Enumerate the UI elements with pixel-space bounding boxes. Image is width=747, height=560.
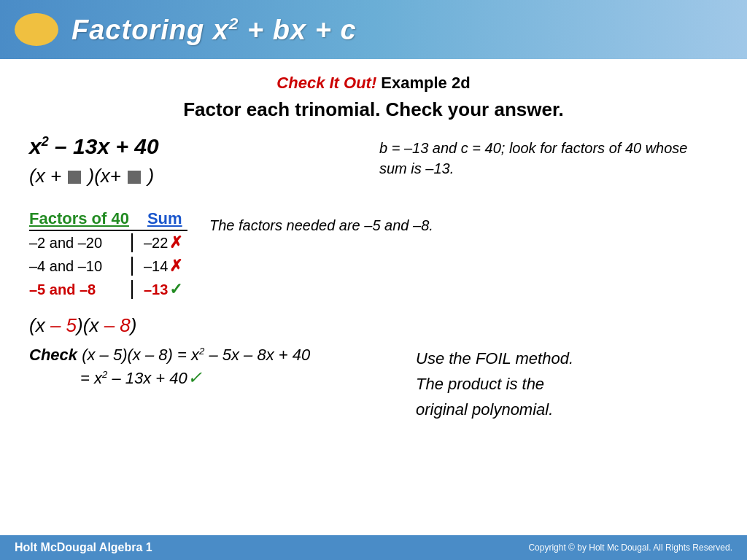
mark-x-1: ✗ [169,233,182,252]
factors-section: Factors of 40 Sum –2 and –20 –22✗ –4 and… [29,208,718,301]
factors-row-2: –4 and –10 –14✗ [29,254,187,278]
blank-box-2 [128,171,141,184]
sum-cell-3: –13✓ [131,280,182,299]
factors-cell-1: –2 and –20 [29,235,131,252]
header: Factoring x2 + bx + c [0,0,747,59]
instruction-line: Factor each trinomial. Check your answer… [29,98,718,121]
factors-row-3: –5 and –8 –13✓ [29,278,187,301]
check-it-out-label: Check It Out! [276,74,376,92]
sum-cell-2: –14✗ [131,257,182,276]
main-content: Check It Out! Example 2d Factor each tri… [0,59,747,535]
factors-note: The factors needed are –5 and –8. [209,208,433,236]
factors-col-header: Factors of 40 [29,208,136,230]
blank-box-1 [68,171,81,184]
check-line-1: Check (x – 5)(x – 8) = x2 – 5x – 8x + 40 [29,346,394,365]
final-answer: (x – 5)(x – 8) [29,314,718,337]
foil-note: Use the FOIL method. [416,346,718,371]
example-label: Example 2d [376,74,470,92]
factors-row-1: –2 and –20 –22✗ [29,231,187,254]
title-suffix: + bx + c [239,14,357,44]
check-line-2: = x2 – 13x + 40✓ [80,368,394,388]
factors-cell-2: –4 and –10 [29,258,131,275]
check-section: Check (x – 5)(x – 8) = x2 – 5x – 8x + 40… [29,346,718,423]
hint-text: b = –13 and c = 40; look for factors of … [379,138,718,179]
title-exp: 2 [229,14,239,33]
left-col: x2 – 13x + 40 (x + )(x+ ) [29,134,365,201]
problem-area: x2 – 13x + 40 (x + )(x+ ) b = –13 and c … [29,134,718,201]
footer: Holt McDougal Algebra 1 Copyright © by H… [0,535,747,560]
check-bold-label: Check [29,346,77,364]
check-right-notes: Use the FOIL method. The product is the … [416,346,718,423]
right-col-hint: b = –13 and c = 40; look for factors of … [379,134,718,201]
check-checkmark: ✓ [187,368,202,387]
title-x: x [213,14,229,44]
sum-cell-1: –22✗ [131,233,182,252]
product-note-1: The product is the [416,371,718,397]
title-factoring-text: Factoring [71,14,213,44]
product-note-2: original polynomial. [416,397,718,422]
check-left: Check (x – 5)(x – 8) = x2 – 5x – 8x + 40… [29,346,394,391]
check-it-out-line: Check It Out! Example 2d [29,74,718,93]
factors-table-header: Factors of 40 Sum [29,208,187,231]
footer-left: Holt McDougal Algebra 1 [15,541,152,554]
mark-x-2: ✗ [169,257,182,275]
header-title: Factoring x2 + bx + c [71,14,357,46]
factors-cell-3: –5 and –8 [29,281,131,298]
mark-check-3: ✓ [169,280,182,298]
header-oval [15,13,58,46]
factors-table: Factors of 40 Sum –2 and –20 –22✗ –4 and… [29,208,187,301]
sum-col-header: Sum [136,208,187,230]
factored-form-blanks: (x + )(x+ ) [29,165,365,187]
trinomial-expression: x2 – 13x + 40 [29,134,365,159]
footer-right: Copyright © by Holt Mc Dougal. All Right… [528,542,732,553]
